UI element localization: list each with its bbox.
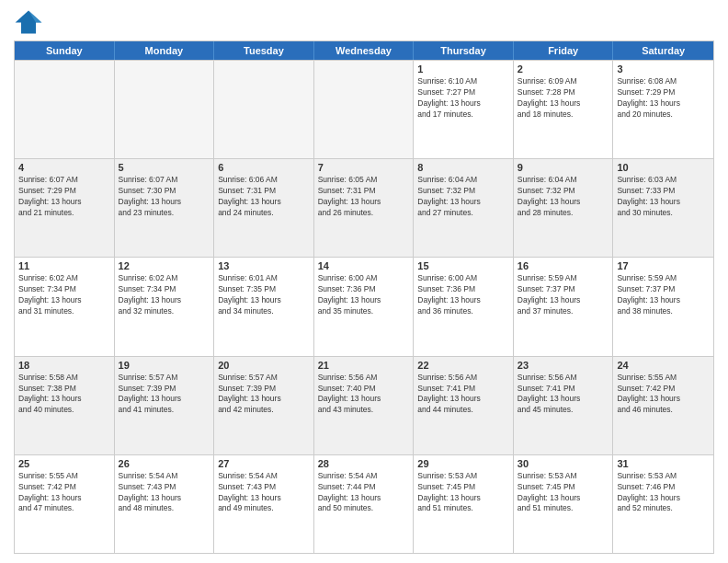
day-cell: 9Sunrise: 6:04 AM Sunset: 7:32 PM Daylig… <box>514 159 614 257</box>
day-info: Sunrise: 6:01 AM Sunset: 7:35 PM Dayligh… <box>218 273 310 317</box>
day-cell <box>314 61 415 158</box>
day-info: Sunrise: 5:53 AM Sunset: 7:45 PM Dayligh… <box>518 471 609 515</box>
day-number: 31 <box>617 458 710 469</box>
day-info: Sunrise: 5:56 AM Sunset: 7:41 PM Dayligh… <box>417 373 509 417</box>
day-number: 30 <box>518 458 609 469</box>
day-number: 16 <box>518 260 609 271</box>
day-cell: 29Sunrise: 5:53 AM Sunset: 7:45 PM Dayli… <box>414 455 514 553</box>
page: SundayMondayTuesdayWednesdayThursdayFrid… <box>0 0 728 563</box>
week-row-2: 4Sunrise: 6:07 AM Sunset: 7:29 PM Daylig… <box>15 158 713 257</box>
day-info: Sunrise: 6:10 AM Sunset: 7:27 PM Dayligh… <box>417 76 509 121</box>
day-number: 14 <box>318 260 410 271</box>
day-number: 3 <box>617 63 710 75</box>
day-number: 13 <box>218 260 310 271</box>
day-cell <box>15 61 115 158</box>
day-cell: 30Sunrise: 5:53 AM Sunset: 7:45 PM Dayli… <box>514 455 614 553</box>
day-header-thursday: Thursday <box>414 41 514 60</box>
day-number: 24 <box>617 360 710 371</box>
calendar: SundayMondayTuesdayWednesdayThursdayFrid… <box>14 40 714 554</box>
day-info: Sunrise: 6:09 AM Sunset: 7:28 PM Dayligh… <box>518 76 609 121</box>
day-info: Sunrise: 6:06 AM Sunset: 7:31 PM Dayligh… <box>218 175 310 219</box>
day-number: 9 <box>518 162 609 173</box>
day-number: 2 <box>518 63 609 75</box>
day-info: Sunrise: 6:07 AM Sunset: 7:29 PM Dayligh… <box>18 175 110 219</box>
day-info: Sunrise: 6:04 AM Sunset: 7:32 PM Dayligh… <box>417 175 509 219</box>
day-cell: 22Sunrise: 5:56 AM Sunset: 7:41 PM Dayli… <box>414 357 514 454</box>
day-cell: 13Sunrise: 6:01 AM Sunset: 7:35 PM Dayli… <box>214 258 314 355</box>
day-cell: 19Sunrise: 5:57 AM Sunset: 7:39 PM Dayli… <box>115 357 215 454</box>
day-cell: 20Sunrise: 5:57 AM Sunset: 7:39 PM Dayli… <box>214 357 314 454</box>
day-cell: 16Sunrise: 5:59 AM Sunset: 7:37 PM Dayli… <box>514 258 614 355</box>
day-cell: 23Sunrise: 5:56 AM Sunset: 7:41 PM Dayli… <box>514 357 614 454</box>
day-info: Sunrise: 5:55 AM Sunset: 7:42 PM Dayligh… <box>18 471 110 515</box>
day-info: Sunrise: 6:02 AM Sunset: 7:34 PM Dayligh… <box>18 273 110 317</box>
day-number: 7 <box>318 162 410 173</box>
day-info: Sunrise: 5:59 AM Sunset: 7:37 PM Dayligh… <box>617 273 710 317</box>
day-cell: 21Sunrise: 5:56 AM Sunset: 7:40 PM Dayli… <box>314 357 415 454</box>
day-info: Sunrise: 5:57 AM Sunset: 7:39 PM Dayligh… <box>119 373 210 417</box>
day-number: 1 <box>417 63 509 75</box>
day-cell: 11Sunrise: 6:02 AM Sunset: 7:34 PM Dayli… <box>15 258 115 355</box>
day-cell: 18Sunrise: 5:58 AM Sunset: 7:38 PM Dayli… <box>15 357 115 454</box>
week-row-5: 25Sunrise: 5:55 AM Sunset: 7:42 PM Dayli… <box>15 454 713 553</box>
day-number: 27 <box>218 458 310 469</box>
day-info: Sunrise: 6:00 AM Sunset: 7:36 PM Dayligh… <box>318 273 410 317</box>
weeks-container: 1Sunrise: 6:10 AM Sunset: 7:27 PM Daylig… <box>15 60 713 553</box>
day-number: 21 <box>318 360 410 371</box>
day-number: 11 <box>18 260 110 271</box>
day-info: Sunrise: 6:08 AM Sunset: 7:29 PM Dayligh… <box>617 76 710 121</box>
week-row-1: 1Sunrise: 6:10 AM Sunset: 7:27 PM Daylig… <box>15 60 713 158</box>
day-info: Sunrise: 5:58 AM Sunset: 7:38 PM Dayligh… <box>18 373 110 417</box>
day-info: Sunrise: 6:03 AM Sunset: 7:33 PM Dayligh… <box>617 175 710 219</box>
day-cell: 8Sunrise: 6:04 AM Sunset: 7:32 PM Daylig… <box>414 159 514 257</box>
day-info: Sunrise: 5:53 AM Sunset: 7:46 PM Dayligh… <box>617 471 710 515</box>
day-cell <box>214 61 314 158</box>
day-number: 8 <box>417 162 509 173</box>
day-cell: 10Sunrise: 6:03 AM Sunset: 7:33 PM Dayli… <box>613 159 713 257</box>
day-cell: 2Sunrise: 6:09 AM Sunset: 7:28 PM Daylig… <box>514 61 614 158</box>
day-number: 4 <box>18 162 110 173</box>
day-info: Sunrise: 5:54 AM Sunset: 7:43 PM Dayligh… <box>119 471 210 515</box>
day-info: Sunrise: 6:02 AM Sunset: 7:34 PM Dayligh… <box>119 273 210 317</box>
week-row-3: 11Sunrise: 6:02 AM Sunset: 7:34 PM Dayli… <box>15 257 713 355</box>
logo-icon <box>14 9 43 35</box>
logo <box>14 9 47 35</box>
day-header-tuesday: Tuesday <box>214 41 314 60</box>
day-number: 17 <box>617 260 710 271</box>
day-number: 15 <box>417 260 509 271</box>
day-info: Sunrise: 6:05 AM Sunset: 7:31 PM Dayligh… <box>318 175 410 219</box>
day-info: Sunrise: 6:04 AM Sunset: 7:32 PM Dayligh… <box>518 175 609 219</box>
day-cell: 27Sunrise: 5:54 AM Sunset: 7:43 PM Dayli… <box>214 455 314 553</box>
day-number: 5 <box>119 162 210 173</box>
day-number: 22 <box>417 360 509 371</box>
day-info: Sunrise: 5:56 AM Sunset: 7:41 PM Dayligh… <box>518 373 609 417</box>
day-info: Sunrise: 5:59 AM Sunset: 7:37 PM Dayligh… <box>518 273 609 317</box>
week-row-4: 18Sunrise: 5:58 AM Sunset: 7:38 PM Dayli… <box>15 356 713 454</box>
day-number: 29 <box>417 458 509 469</box>
day-cell: 28Sunrise: 5:54 AM Sunset: 7:44 PM Dayli… <box>314 455 415 553</box>
day-number: 20 <box>218 360 310 371</box>
day-cell: 25Sunrise: 5:55 AM Sunset: 7:42 PM Dayli… <box>15 455 115 553</box>
day-cell: 6Sunrise: 6:06 AM Sunset: 7:31 PM Daylig… <box>214 159 314 257</box>
day-number: 25 <box>18 458 110 469</box>
day-cell: 12Sunrise: 6:02 AM Sunset: 7:34 PM Dayli… <box>115 258 215 355</box>
day-info: Sunrise: 5:55 AM Sunset: 7:42 PM Dayligh… <box>617 373 710 417</box>
day-header-monday: Monday <box>115 41 215 60</box>
header <box>14 9 714 35</box>
day-number: 6 <box>218 162 310 173</box>
day-cell: 31Sunrise: 5:53 AM Sunset: 7:46 PM Dayli… <box>613 455 713 553</box>
day-cell: 3Sunrise: 6:08 AM Sunset: 7:29 PM Daylig… <box>613 61 713 158</box>
day-info: Sunrise: 5:53 AM Sunset: 7:45 PM Dayligh… <box>417 471 509 515</box>
day-info: Sunrise: 6:07 AM Sunset: 7:30 PM Dayligh… <box>119 175 210 219</box>
day-info: Sunrise: 5:54 AM Sunset: 7:43 PM Dayligh… <box>218 471 310 515</box>
day-header-wednesday: Wednesday <box>314 41 415 60</box>
day-cell: 4Sunrise: 6:07 AM Sunset: 7:29 PM Daylig… <box>15 159 115 257</box>
day-cell: 7Sunrise: 6:05 AM Sunset: 7:31 PM Daylig… <box>314 159 415 257</box>
day-info: Sunrise: 5:56 AM Sunset: 7:40 PM Dayligh… <box>318 373 410 417</box>
day-headers: SundayMondayTuesdayWednesdayThursdayFrid… <box>15 41 713 60</box>
day-number: 28 <box>318 458 410 469</box>
day-header-friday: Friday <box>514 41 614 60</box>
day-cell: 14Sunrise: 6:00 AM Sunset: 7:36 PM Dayli… <box>314 258 415 355</box>
day-cell: 17Sunrise: 5:59 AM Sunset: 7:37 PM Dayli… <box>613 258 713 355</box>
day-cell <box>115 61 215 158</box>
